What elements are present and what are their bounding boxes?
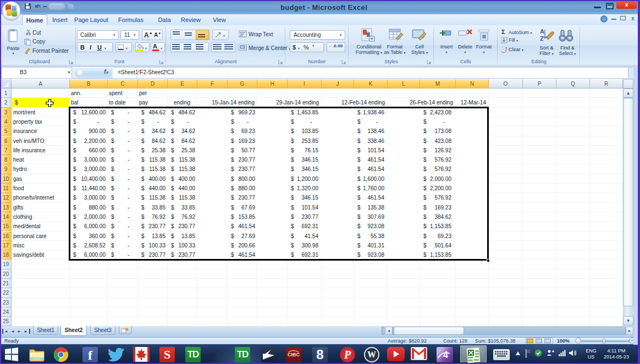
- svg-text:A: A: [540, 28, 544, 35]
- svg-text:Z: Z: [540, 35, 544, 42]
